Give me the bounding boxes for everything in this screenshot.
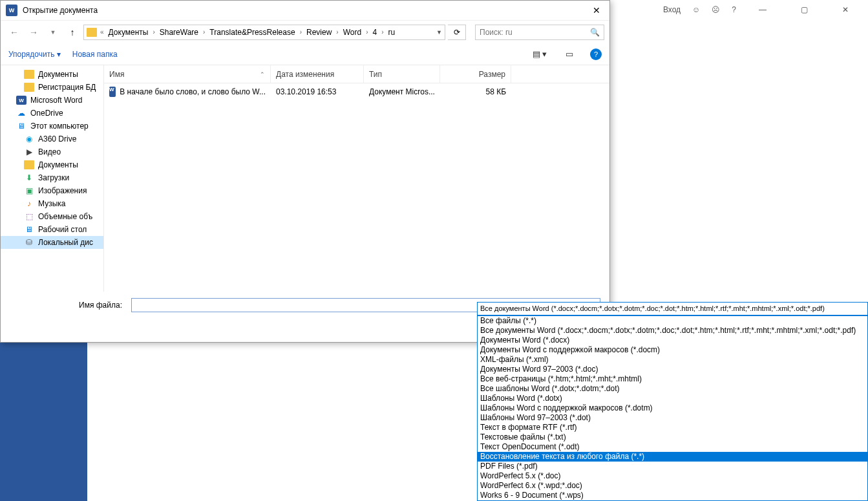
filetype-option[interactable]: Шаблоны Word (*.dotx) bbox=[478, 394, 867, 403]
filetype-option[interactable]: Все шаблоны Word (*.dotx;*.dotm;*.dot) bbox=[478, 384, 867, 394]
organize-button[interactable]: Упорядочить ▾ bbox=[8, 50, 61, 59]
tree-node[interactable]: ▣Изображения bbox=[1, 184, 103, 197]
filetype-option[interactable]: Текст OpenDocument (*.odt) bbox=[478, 442, 867, 452]
tree-node[interactable]: ⬚Объемные объ bbox=[1, 210, 103, 223]
face-sad-icon[interactable]: ☹ bbox=[712, 5, 720, 14]
filetype-option[interactable]: PDF Files (*.pdf) bbox=[478, 462, 867, 471]
filetype-option[interactable]: WordPerfect 5.x (*.doc) bbox=[478, 471, 867, 481]
filetype-option[interactable]: Документы Word 97–2003 (*.doc) bbox=[478, 365, 867, 374]
filetype-dropdown[interactable]: Все файлы (*.*)Все документы Word (*.doc… bbox=[477, 315, 868, 501]
filetype-option[interactable]: Шаблоны Word 97–2003 (*.dot) bbox=[478, 413, 867, 423]
folder-icon bbox=[87, 28, 97, 37]
file-list: Имя⌃ Дата изменения Тип Размер WВ начале… bbox=[104, 65, 609, 292]
folder-tree[interactable]: ДокументыРегистрация БДWMicrosoft Word☁O… bbox=[1, 65, 104, 292]
tree-node[interactable]: ♪Музыка bbox=[1, 197, 103, 210]
preview-pane-button[interactable]: ▭ bbox=[560, 47, 578, 61]
tree-node[interactable]: ☁OneDrive bbox=[1, 107, 103, 120]
dialog-toolbar: Упорядочить ▾ Новая папка ▤ ▾ ▭ ? bbox=[1, 43, 609, 65]
maximize-button[interactable]: ▢ bbox=[789, 0, 819, 19]
tree-node[interactable]: ⛁Локальный дис bbox=[1, 236, 103, 249]
filetype-option[interactable]: XML-файлы (*.xml) bbox=[478, 355, 867, 365]
filename-label: Имя файла: bbox=[10, 301, 126, 310]
filetype-combo[interactable]: Все документы Word (*.docx;*.docm;*.dotx… bbox=[477, 302, 868, 315]
file-list-header[interactable]: Имя⌃ Дата изменения Тип Размер bbox=[104, 65, 609, 83]
dialog-close-button[interactable]: ✕ bbox=[589, 5, 604, 16]
word-icon: W bbox=[6, 5, 17, 16]
nav-up-button[interactable]: ↑ bbox=[64, 24, 81, 41]
filetype-option[interactable]: Шаблоны Word с поддержкой макросов (*.do… bbox=[478, 403, 867, 413]
filetype-option[interactable]: Все документы Word (*.docx;*.docm;*.dotx… bbox=[478, 326, 867, 336]
filetype-option[interactable]: Текстовые файлы (*.txt) bbox=[478, 432, 867, 442]
filetype-option[interactable]: Все веб-страницы (*.htm;*.html;*.mht;*.m… bbox=[478, 374, 867, 384]
help-icon[interactable]: ? bbox=[732, 5, 736, 14]
tree-node[interactable]: ◉A360 Drive bbox=[1, 133, 103, 145]
tree-node[interactable]: 🖥Рабочий стол bbox=[1, 223, 103, 236]
filetype-option[interactable]: Все файлы (*.*) bbox=[478, 316, 867, 326]
help-button[interactable]: ? bbox=[590, 48, 602, 60]
tree-node[interactable]: 🖥Этот компьютер bbox=[1, 120, 103, 133]
open-file-dialog: W Открытие документа ✕ ← → ▼ ↑ « Докумен… bbox=[0, 0, 610, 343]
filetype-option[interactable]: Документы Word (*.docx) bbox=[478, 336, 867, 345]
filetype-option[interactable]: Текст в формате RTF (*.rtf) bbox=[478, 423, 867, 432]
filetype-option[interactable]: Документы Word с поддержкой макросов (*.… bbox=[478, 345, 867, 355]
search-input[interactable]: Поиск: ru 🔍 bbox=[475, 25, 604, 40]
new-folder-button[interactable]: Новая папка bbox=[72, 50, 118, 59]
tree-node[interactable]: ⬇Загрузки bbox=[1, 171, 103, 184]
filetype-option[interactable]: Восстановление текста из любого файла (*… bbox=[478, 452, 867, 462]
nav-forward-button[interactable]: → bbox=[25, 24, 42, 41]
refresh-button[interactable]: ⟳ bbox=[448, 25, 466, 40]
dialog-nav: ← → ▼ ↑ « Документы› ShareWare› Translat… bbox=[1, 20, 609, 43]
file-row[interactable]: WВ начале было слово, и слово было W...0… bbox=[104, 83, 609, 100]
minimize-button[interactable]: — bbox=[748, 0, 778, 19]
nav-back-button[interactable]: ← bbox=[6, 24, 23, 41]
filetype-option[interactable]: WordPerfect 6.x (*.wpd;*.doc) bbox=[478, 481, 867, 491]
path-breadcrumb[interactable]: « Документы› ShareWare› Translate&PressR… bbox=[83, 25, 445, 40]
view-mode-button[interactable]: ▤ ▾ bbox=[531, 47, 549, 61]
face-neutral-icon[interactable]: ☺ bbox=[692, 5, 700, 14]
tree-node[interactable]: Документы bbox=[1, 158, 103, 171]
tree-node[interactable]: Регистрация БД bbox=[1, 81, 103, 94]
login-link[interactable]: Вход bbox=[663, 5, 681, 14]
nav-recent-dropdown[interactable]: ▼ bbox=[45, 24, 61, 41]
tree-node[interactable]: Документы bbox=[1, 68, 103, 81]
tree-node[interactable]: ▶Видео bbox=[1, 145, 103, 158]
filetype-option[interactable]: Works 6 - 9 Document (*.wps) bbox=[478, 491, 867, 500]
close-button[interactable]: ✕ bbox=[831, 0, 860, 19]
dialog-titlebar: W Открытие документа ✕ bbox=[1, 1, 609, 20]
search-icon: 🔍 bbox=[590, 28, 600, 37]
dialog-title: Открытие документа bbox=[23, 6, 98, 15]
tree-node[interactable]: WMicrosoft Word bbox=[1, 94, 103, 107]
